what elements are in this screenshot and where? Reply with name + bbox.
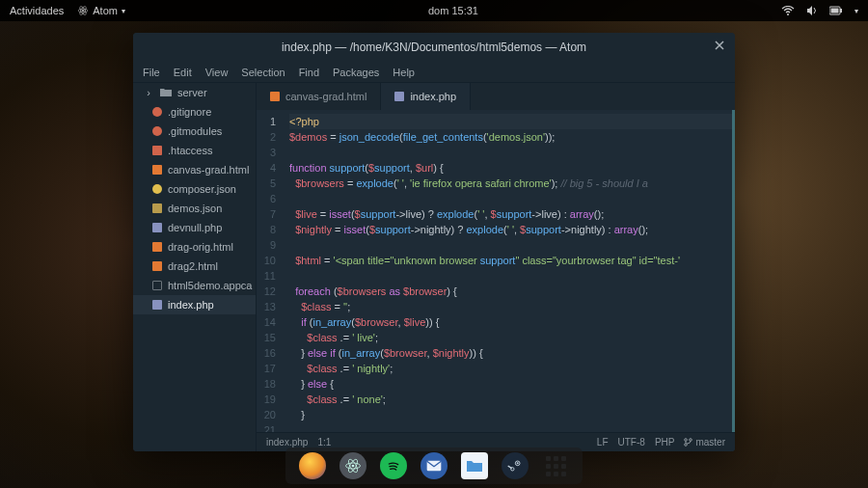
tab-label: canvas-grad.html	[285, 91, 366, 102]
file-icon	[152, 281, 162, 290]
tree-item[interactable]: canvas-grad.html	[133, 160, 256, 179]
wifi-icon[interactable]	[781, 6, 795, 15]
tree-item[interactable]: demos.json	[133, 199, 256, 218]
menu-find[interactable]: Find	[299, 67, 319, 78]
status-cursor-pos[interactable]: 1:1	[317, 437, 331, 447]
php-icon	[394, 92, 404, 101]
app-menu[interactable]: Atom ▾	[77, 5, 125, 16]
tree-item[interactable]: drag2.html	[133, 257, 256, 276]
status-file[interactable]: index.php	[266, 437, 308, 447]
code-line[interactable]: function support($support, $url) {	[289, 160, 732, 176]
svg-rect-7	[831, 9, 839, 14]
svg-point-11	[352, 465, 355, 468]
volume-icon[interactable]	[806, 5, 818, 16]
code-line[interactable]	[289, 191, 732, 206]
menu-packages[interactable]: Packages	[333, 67, 379, 78]
editor-pane: canvas-grad.htmlindex.php 12345678910111…	[257, 83, 735, 451]
dock-firefox[interactable]	[299, 452, 326, 479]
tree-item[interactable]: .gitignore	[133, 102, 256, 122]
dock-atom[interactable]	[339, 452, 366, 479]
code-line[interactable]: foreach ($browsers as $browser) {	[289, 284, 732, 299]
editor-tab[interactable]: canvas-grad.html	[257, 83, 381, 110]
code-line[interactable]	[289, 145, 732, 160]
tree-root-label: server	[177, 87, 207, 98]
dock-spotify[interactable]	[380, 452, 407, 479]
tree-item[interactable]: devnull.php	[133, 218, 256, 237]
code-line[interactable]: $demos = json_decode(file_get_contents('…	[289, 129, 732, 145]
code-line[interactable]	[289, 237, 732, 253]
code-line[interactable]: } else if (in_array($browser, $nightly))…	[289, 345, 732, 361]
window-titlebar[interactable]: index.php — /home/K3N/Documentos/html5de…	[133, 33, 735, 62]
tree-item-label: drag2.html	[168, 260, 218, 272]
clock[interactable]: dom 15:31	[428, 5, 478, 16]
php-icon	[152, 223, 162, 232]
code-line[interactable]: <?php	[289, 114, 732, 129]
git-branch-icon	[684, 438, 692, 447]
tree-item[interactable]: .htaccess	[133, 141, 256, 160]
battery-icon[interactable]	[829, 6, 843, 15]
editor-tab[interactable]: index.php	[381, 83, 471, 110]
menu-selection[interactable]: Selection	[241, 67, 285, 78]
git-icon	[152, 126, 162, 136]
code-line[interactable]	[289, 422, 732, 432]
tree-item-label: drag-orig.html	[168, 241, 233, 253]
code-line[interactable]: $class .= ' live';	[289, 330, 732, 345]
tree-item[interactable]: composer.json	[133, 179, 256, 199]
chevron-right-icon: ›	[143, 87, 154, 98]
svg-point-16	[508, 459, 523, 474]
tree-root[interactable]: › server	[133, 83, 256, 102]
chevron-down-icon[interactable]: ▾	[854, 7, 858, 15]
atom-menubar: File Edit View Selection Find Packages H…	[133, 62, 735, 83]
comp-icon	[152, 184, 162, 194]
svg-point-9	[690, 439, 692, 442]
code-line[interactable]: $live = isset($support->live) ? explode(…	[289, 206, 732, 222]
html-icon	[152, 261, 162, 271]
tree-item[interactable]: index.php	[133, 295, 256, 314]
html-icon	[152, 165, 162, 175]
code-line[interactable]: }	[289, 407, 732, 422]
status-encoding[interactable]: UTF-8	[618, 437, 645, 447]
tree-item[interactable]: html5demo.appca	[133, 276, 256, 295]
tree-item-label: .gitignore	[168, 106, 211, 118]
code-line[interactable]: $class .= ' none';	[289, 392, 732, 407]
activities-button[interactable]: Actividades	[10, 5, 64, 16]
dock-steam[interactable]	[502, 452, 529, 479]
dock	[285, 447, 583, 484]
menu-file[interactable]: File	[143, 67, 160, 78]
tree-item[interactable]: drag-orig.html	[133, 237, 256, 257]
code-line[interactable]: $nightly = isset($support->nightly) ? ex…	[289, 222, 732, 237]
htaccess-icon	[152, 146, 162, 155]
atom-icon	[77, 5, 89, 16]
code-line[interactable]: if (in_array($browser, $live)) {	[289, 314, 732, 330]
file-tree[interactable]: › server .gitignore.gitmodules.htaccessc…	[133, 83, 257, 451]
dock-files[interactable]	[461, 452, 488, 479]
code-line[interactable]	[289, 268, 732, 284]
tree-item-label: index.php	[168, 299, 214, 311]
dock-thunderbird[interactable]	[420, 452, 448, 479]
chevron-down-icon: ▾	[122, 7, 125, 15]
close-icon[interactable]	[714, 40, 725, 54]
code-line[interactable]: $browsers = explode(' ', 'ie firefox ope…	[289, 176, 732, 191]
html-icon	[152, 242, 162, 252]
tree-item-label: devnull.php	[168, 222, 222, 233]
status-language[interactable]: PHP	[655, 437, 675, 447]
menu-help[interactable]: Help	[393, 67, 415, 78]
tree-item-label: html5demo.appca	[168, 280, 252, 291]
tree-item-label: demos.json	[168, 203, 222, 214]
code-line[interactable]: $html = '<span title="unknown browser su…	[289, 253, 732, 268]
menu-edit[interactable]: Edit	[174, 67, 192, 78]
code-line[interactable]: $class .= ' nightly';	[289, 361, 732, 376]
code-line[interactable]: } else {	[289, 376, 732, 392]
status-line-ending[interactable]: LF	[597, 437, 609, 447]
dock-apps-grid[interactable]	[542, 452, 569, 479]
php-icon	[152, 300, 162, 310]
svg-point-4	[787, 14, 789, 15]
svg-point-18	[517, 462, 519, 464]
status-git-branch[interactable]: master	[684, 437, 725, 447]
menu-view[interactable]: View	[205, 67, 229, 78]
line-gutter: 12345678910111213141516171819202122	[257, 110, 282, 432]
code-view[interactable]: 12345678910111213141516171819202122 <?ph…	[257, 110, 735, 432]
tree-item[interactable]: .gitmodules	[133, 122, 256, 141]
code-line[interactable]: $class = '';	[289, 299, 732, 314]
code-source[interactable]: <?php$demos = json_decode(file_get_conte…	[282, 110, 732, 432]
